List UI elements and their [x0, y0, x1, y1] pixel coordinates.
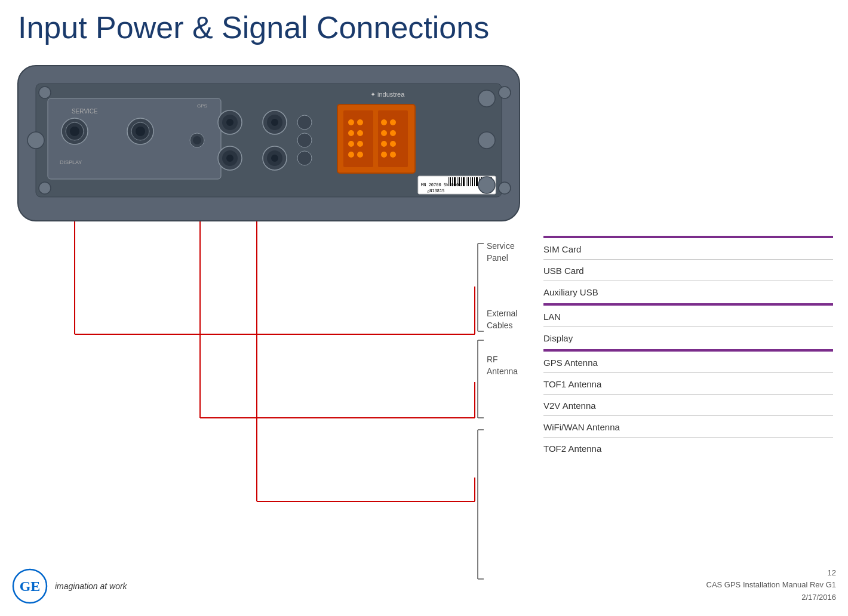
doc-page-number: 12 [706, 567, 837, 580]
svg-point-49 [271, 155, 278, 162]
svg-text:SERVICE: SERVICE [72, 108, 98, 115]
svg-rect-87 [468, 177, 469, 186]
svg-point-101 [478, 177, 495, 193]
table-section-2: RF AntennaGPS AntennaTOF1 AntennaV2V Ant… [487, 349, 833, 458]
svg-point-63 [357, 141, 363, 147]
svg-point-25 [39, 182, 51, 194]
svg-point-40 [226, 119, 233, 126]
svg-rect-91 [476, 177, 478, 186]
svg-rect-85 [463, 177, 465, 186]
section-item-2-2: V2V Antenna [543, 395, 833, 416]
svg-point-99 [478, 90, 495, 107]
svg-point-61 [357, 130, 363, 136]
svg-point-24 [39, 87, 51, 98]
section-label-2: RF Antenna [487, 349, 543, 458]
svg-rect-81 [454, 177, 456, 186]
svg-point-46 [226, 155, 233, 162]
svg-text:✦ industrea: ✦ industrea [370, 91, 405, 98]
svg-rect-84 [461, 177, 462, 186]
svg-point-52 [297, 115, 312, 130]
svg-rect-90 [474, 177, 475, 186]
section-item-2-0: GPS Antenna [543, 352, 833, 373]
svg-rect-79 [450, 177, 451, 186]
table-section-1: External CablesLANDisplay [487, 303, 833, 349]
device-image: SERVICE DISPLAY GPS [12, 54, 526, 239]
svg-point-65 [357, 152, 363, 158]
svg-rect-56 [343, 110, 373, 167]
section-item-1-1: Display [543, 327, 833, 348]
svg-rect-88 [470, 177, 471, 186]
svg-text:GE: GE [20, 578, 41, 594]
section-item-2-3: WiFi/WAN Antenna [543, 416, 833, 438]
section-item-2-4: TOF2 Antenna [543, 438, 833, 458]
section-items-0: SIM CardUSB CardAuxiliary USB [543, 236, 833, 303]
svg-rect-83 [459, 177, 460, 186]
svg-point-51 [193, 136, 201, 144]
svg-rect-89 [472, 177, 473, 186]
svg-point-27 [499, 182, 511, 194]
svg-point-53 [297, 133, 312, 147]
svg-point-26 [499, 87, 511, 98]
section-item-0-0: SIM Card [543, 238, 833, 260]
svg-rect-86 [466, 177, 466, 186]
svg-point-70 [381, 141, 387, 147]
svg-point-72 [381, 152, 387, 158]
svg-text:△N13815: △N13815 [427, 189, 445, 193]
table-area: Service PanelSIM CardUSB CardAuxiliary U… [487, 236, 833, 458]
svg-point-66 [381, 119, 387, 125]
svg-point-35 [136, 127, 145, 136]
svg-point-43 [271, 119, 278, 126]
svg-point-60 [348, 130, 354, 136]
section-label-0: Service Panel [487, 236, 543, 303]
section-items-2: GPS AntennaTOF1 AntennaV2V AntennaWiFi/W… [543, 349, 833, 458]
section-item-2-1: TOF1 Antenna [543, 373, 833, 395]
svg-rect-57 [378, 110, 408, 167]
svg-rect-82 [457, 177, 457, 186]
svg-point-69 [390, 130, 396, 136]
doc-date: 2/17/2016 [706, 592, 837, 604]
svg-point-59 [357, 119, 363, 125]
svg-text:DISPLAY: DISPLAY [60, 159, 82, 165]
footer: GE imagination at work [12, 568, 127, 604]
svg-point-73 [390, 152, 396, 158]
table-section-0: Service PanelSIM CardUSB CardAuxiliary U… [487, 236, 833, 303]
footer-doc-info: 12 CAS GPS Installation Manual Rev G1 2/… [706, 567, 837, 604]
svg-point-71 [390, 141, 396, 147]
section-item-1-0: LAN [543, 306, 833, 327]
section-items-1: LANDisplay [543, 303, 833, 349]
section-item-0-1: USB Card [543, 260, 833, 281]
page-title: Input Power & Signal Connections [18, 11, 489, 45]
svg-point-100 [478, 132, 495, 149]
svg-rect-78 [448, 177, 448, 186]
svg-point-67 [390, 119, 396, 125]
svg-point-64 [348, 152, 354, 158]
section-item-0-2: Auxiliary USB [543, 281, 833, 302]
svg-point-68 [381, 130, 387, 136]
svg-point-54 [297, 151, 312, 165]
ge-logo-icon: GE [12, 568, 48, 604]
section-label-1: External Cables [487, 303, 543, 349]
svg-point-62 [348, 141, 354, 147]
svg-point-102 [27, 132, 44, 149]
svg-point-58 [348, 119, 354, 125]
doc-manual-title: CAS GPS Installation Manual Rev G1 [706, 579, 837, 592]
svg-text:GPS: GPS [197, 103, 207, 109]
footer-tagline: imagination at work [55, 581, 127, 591]
svg-rect-80 [452, 177, 453, 186]
svg-point-32 [70, 127, 79, 136]
